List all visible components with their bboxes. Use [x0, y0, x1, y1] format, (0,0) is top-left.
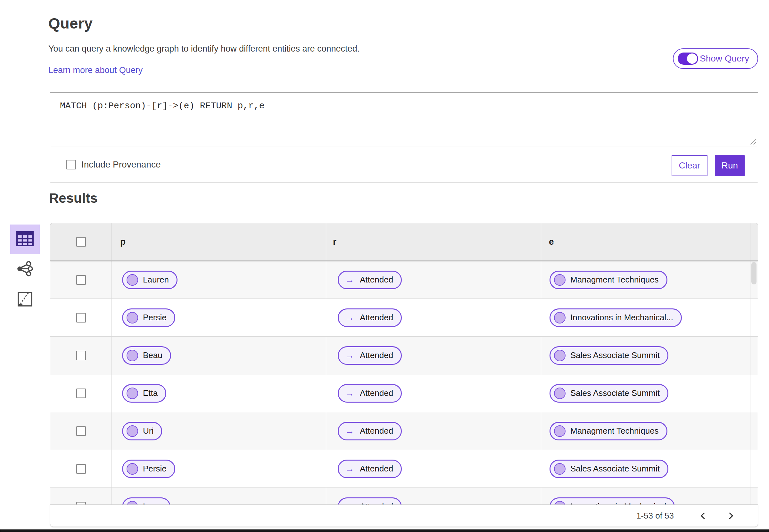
cell-p: Lauren — [112, 261, 326, 299]
table-row: Persie→AttendedSales Associate Summit — [50, 450, 758, 488]
run-button[interactable]: Run — [715, 155, 745, 176]
pill-label: Attended — [360, 275, 393, 285]
cell-p: Uri — [112, 412, 326, 450]
row-check-cell — [50, 488, 112, 505]
toggle-switch-icon[interactable] — [678, 53, 698, 65]
entity-pill[interactable]: Uri — [122, 422, 162, 440]
table-header-check-cell — [50, 223, 112, 260]
relation-pill[interactable]: →Attended — [338, 460, 402, 478]
cell-e: Sales Associate Summit — [541, 374, 750, 412]
relation-pill[interactable]: →Attended — [338, 497, 402, 505]
entity-pill[interactable]: Sales Associate Summit — [550, 346, 668, 365]
entity-pill[interactable]: Sales Associate Summit — [550, 460, 668, 478]
cell-e: Innovations in Mechanical — [541, 488, 750, 505]
cell-e: Managment Techniques — [541, 261, 750, 299]
row-checkbox[interactable] — [76, 351, 86, 360]
row-checkbox[interactable] — [76, 275, 86, 285]
pill-label: Managment Techniques — [570, 426, 659, 436]
results-table: p r e Lauren→AttendedManagment Technique… — [50, 223, 758, 505]
pill-label: Etta — [143, 388, 158, 398]
include-provenance-label: Include Provenance — [81, 160, 161, 170]
show-query-toggle[interactable]: Show Query — [673, 48, 758, 69]
entity-pill[interactable]: Persie — [122, 308, 175, 327]
row-checkbox[interactable] — [76, 426, 86, 436]
cell-p: Persie — [112, 450, 326, 487]
entity-pill[interactable]: Lauren — [122, 271, 177, 289]
table-scrollbar-thumb[interactable] — [751, 262, 757, 284]
pill-label: Attended — [360, 464, 393, 474]
cell-p: Etta — [112, 374, 326, 412]
select-all-checkbox[interactable] — [76, 237, 86, 247]
entity-pill[interactable]: Sales Associate Summit — [550, 384, 668, 403]
entity-pill[interactable]: Innovations in Mechanical — [550, 497, 675, 505]
cell-r: →Attended — [326, 488, 541, 505]
node-dot-icon — [127, 425, 138, 437]
table-row: Persie→AttendedInnovations in Mechanical… — [50, 299, 758, 337]
relation-pill[interactable]: →Attended — [338, 271, 402, 289]
row-check-cell — [50, 261, 112, 299]
pill-label: Attended — [360, 388, 393, 398]
node-dot-icon — [127, 388, 138, 399]
table-row: Lauren→AttendedManagment Techniques — [50, 261, 758, 299]
scrollbar-track-cell — [750, 337, 758, 374]
entity-pill[interactable]: Beau — [122, 346, 171, 365]
toggle-knob — [687, 53, 697, 64]
include-provenance-checkbox[interactable] — [66, 160, 76, 169]
arrow-right-icon: → — [344, 313, 355, 323]
view-switcher-map-button[interactable] — [10, 285, 40, 315]
column-header-e[interactable]: e — [541, 223, 750, 260]
pill-label: Lauren — [143, 275, 169, 285]
relation-pill[interactable]: →Attended — [338, 422, 402, 440]
pill-label: Sales Associate Summit — [570, 388, 660, 398]
relation-pill[interactable]: →Attended — [338, 346, 402, 365]
learn-more-link[interactable]: Learn more about Query — [48, 65, 143, 75]
cell-r: →Attended — [326, 450, 541, 487]
entity-pill[interactable]: Innovations in Mechanical... — [550, 308, 682, 327]
arrow-right-icon: → — [344, 350, 355, 361]
entity-pill[interactable]: Managment Techniques — [550, 271, 667, 289]
table-row: Beau→AttendedSales Associate Summit — [50, 337, 758, 374]
row-checkbox[interactable] — [76, 464, 86, 474]
pill-label: Managment Techniques — [570, 275, 659, 285]
view-switcher-table-button[interactable] — [10, 225, 40, 254]
row-checkbox[interactable] — [76, 313, 86, 323]
pagination-next-button[interactable] — [721, 507, 738, 524]
table-row: Larry→AttendedInnovations in Mechanical — [50, 488, 758, 505]
table-body: Lauren→AttendedManagment TechniquesPersi… — [50, 261, 758, 505]
cell-r: →Attended — [326, 412, 541, 450]
entity-pill[interactable]: Managment Techniques — [550, 422, 667, 440]
row-check-cell — [50, 412, 112, 450]
node-dot-icon — [127, 274, 138, 286]
scrollbar-track-cell — [750, 299, 758, 336]
cell-e: Sales Associate Summit — [541, 450, 750, 487]
cell-e: Innovations in Mechanical... — [541, 299, 750, 336]
column-header-p[interactable]: p — [112, 223, 326, 260]
entity-pill[interactable]: Etta — [122, 384, 166, 403]
entity-pill[interactable]: Larry — [122, 497, 170, 505]
row-check-cell — [50, 374, 112, 412]
pagination-prev-button[interactable] — [696, 507, 712, 524]
window-bottom-edge — [0, 529, 769, 532]
pill-label: Attended — [360, 426, 393, 436]
map-view-icon — [17, 291, 33, 308]
pill-label: Persie — [143, 464, 167, 474]
entity-pill[interactable]: Persie — [122, 460, 175, 478]
scrollbar-track-header — [750, 223, 758, 260]
column-header-r[interactable]: r — [326, 223, 541, 260]
row-check-cell — [50, 337, 112, 374]
chevron-right-icon — [726, 512, 733, 519]
query-input[interactable]: MATCH (p:Person)-[r]->(e) RETURN p,r,e — [50, 93, 758, 146]
node-dot-icon — [127, 463, 138, 475]
view-switcher-graph-button[interactable] — [10, 255, 40, 284]
pill-label: Uri — [143, 426, 153, 436]
query-editor-panel: MATCH (p:Person)-[r]->(e) RETURN p,r,e I… — [50, 92, 758, 183]
scrollbar-track-cell — [750, 412, 758, 450]
relation-pill[interactable]: →Attended — [338, 384, 402, 403]
clear-button[interactable]: Clear — [672, 155, 708, 176]
pill-label: Sales Associate Summit — [570, 464, 660, 474]
row-checkbox[interactable] — [76, 389, 86, 398]
node-dot-icon — [127, 312, 138, 323]
relation-pill[interactable]: →Attended — [338, 308, 402, 327]
page-description: You can query a knowledge graph to ident… — [48, 44, 359, 54]
cell-e: Sales Associate Summit — [541, 337, 750, 374]
